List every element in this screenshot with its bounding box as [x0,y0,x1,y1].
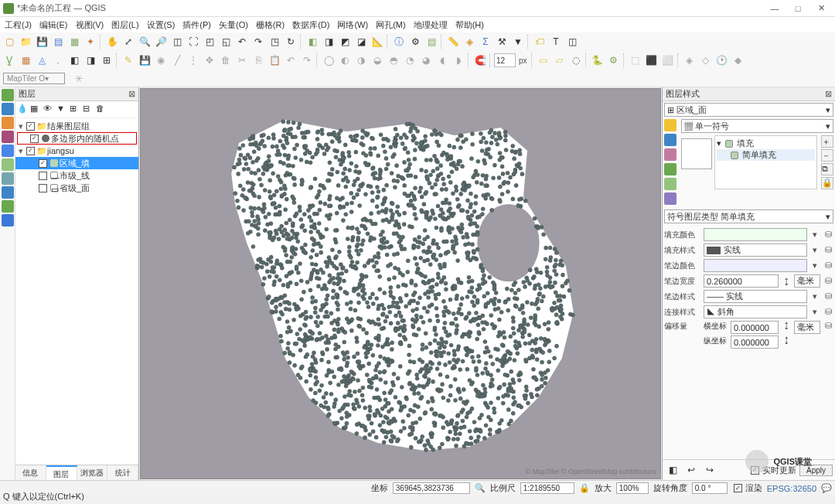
add-raster-icon[interactable]: ▦ [18,53,33,68]
identify-icon[interactable]: ⓘ [391,34,407,49]
postgis-icon[interactable] [2,145,14,157]
adv-digitize-8-icon[interactable]: ◖ [435,53,450,68]
cut-icon[interactable]: ✂ [234,53,250,68]
minimize-button[interactable]: — [764,2,786,15]
select-icon[interactable]: ▭ [536,53,551,68]
add-wms-icon[interactable]: ⊞ [99,53,114,68]
render-checkbox[interactable]: ✓渲染 [732,482,762,494]
dup-symbol-layer-button[interactable]: ⧉ [821,163,833,175]
snapping-icon[interactable]: 🧲 [472,53,488,68]
add-symbol-layer-button[interactable]: ＋ [821,135,833,148]
move-feature-icon[interactable]: ✥ [202,53,217,68]
pan-selection-icon[interactable]: ⤢ [121,34,136,49]
messages-icon[interactable]: 💬 [821,483,832,493]
filter-icon[interactable]: ▼ [510,34,526,49]
quick-locate[interactable]: Q 键入以定位(Ctrl+K) [3,491,84,502]
fill-style-dd-icon[interactable]: ▾ [809,245,820,255]
vertex-icon[interactable]: ⋮ [186,53,201,68]
add-mesh-icon[interactable]: ◬ [34,53,49,68]
wfs-layer-icon[interactable] [2,186,14,199]
fill-style-combo[interactable]: 实线 [704,243,807,257]
tab-stats[interactable]: 统计 [107,465,138,480]
menu-project[interactable]: 工程(J) [2,19,35,32]
zoom-full-icon[interactable]: ⛶ [186,34,201,49]
manage-visibility-icon[interactable]: 👁 [43,104,56,116]
toolbox-icon[interactable]: ⚒ [494,34,510,49]
style-panel-close-icon[interactable]: ⊠ [825,89,832,99]
adv-digitize-7-icon[interactable]: ◕ [418,53,434,68]
stroke-style-combo[interactable]: —— 实线 [704,290,807,303]
save-icon[interactable]: 💾 [34,34,49,49]
offset-x-spin-icon[interactable]: ⭥ [781,321,792,334]
menu-raster[interactable]: 栅格(R) [253,19,288,32]
symbology-tab-icon[interactable] [664,119,677,131]
rot-input[interactable] [692,482,728,494]
offset-y-input[interactable]: 0.000000 [731,335,779,349]
snap-tolerance-input[interactable] [494,53,516,67]
style-target-layer-combo[interactable]: ⊞ 区域_面▾ [664,103,833,117]
fill-style-data-icon[interactable]: ⛁ [823,245,833,255]
apply-button[interactable]: Apply [799,465,833,476]
symbol-layer-tree[interactable]: ▾填充 简单填充 [714,135,817,189]
menu-database[interactable]: 数据库(D) [289,19,332,32]
copy-icon[interactable]: ⎘ [250,53,266,68]
zoom-out-icon[interactable]: 🔎 [153,34,169,49]
menu-plugins[interactable]: 插件(P) [179,19,214,32]
menu-vector[interactable]: 矢量(O) [216,19,251,32]
stroke-width-data-icon[interactable]: ⛁ [823,276,833,286]
symbol-layer-type-combo[interactable]: 符号图层类型 简单填充▾ [664,209,833,223]
maximize-button[interactable]: □ [787,2,809,15]
adv-digitize-1-icon[interactable]: ◯ [321,53,336,68]
menu-mesh[interactable]: 网孔(M) [373,19,409,32]
filter-legend-icon[interactable]: ▼ [56,104,69,116]
open-project-icon[interactable]: 📁 [18,34,33,49]
adv-digitize-2-icon[interactable]: ◐ [337,53,353,68]
text-formatting-icon[interactable]: ◫ [564,34,580,49]
paste-icon[interactable]: 📋 [267,53,282,68]
show-label-icon[interactable]: 🏷 [532,34,547,49]
lock-symbol-layer-button[interactable]: 🔒 [821,177,833,189]
adv-digitize-3-icon[interactable]: ◑ [353,53,369,68]
maptiler-config-icon[interactable]: ⚹ [71,70,87,86]
tab-info[interactable]: 信息 [15,465,46,480]
add-spatial-icon[interactable]: ◧ [66,53,82,68]
delete-icon[interactable]: 🗑 [218,53,233,68]
tree-prov-line-layer[interactable]: ▭ 省级_面 [15,182,138,194]
refresh-icon[interactable]: ↻ [283,34,298,49]
python-console-icon[interactable]: 🐍 [590,53,605,68]
new-geopackage-icon[interactable]: ◨ [321,34,336,49]
layers-panel-close-icon[interactable]: ⊠ [128,89,135,99]
add-vector-icon[interactable]: V͚ [2,53,17,68]
menu-edit[interactable]: 编辑(E) [36,19,71,32]
select-by-icon[interactable]: ▱ [552,53,567,68]
new-project-icon[interactable]: ▢ [2,34,17,49]
offset-data-icon[interactable]: ⛁ [823,321,833,331]
tree-random-points-layer[interactable]: ✓ 多边形内的随机点 [17,132,137,145]
join-style-data-icon[interactable]: ⛁ [823,307,833,317]
join-style-dd-icon[interactable]: ▾ [809,307,820,317]
misc-1-icon[interactable]: ◈ [682,53,697,68]
spatialite-icon[interactable] [2,131,14,143]
menu-layer[interactable]: 图层(L) [108,19,141,32]
misc-3-icon[interactable]: ◆ [731,53,746,68]
expand-icon[interactable]: ⊞ [70,104,82,116]
xyz-layer-icon[interactable] [2,214,14,226]
masks-tab-icon[interactable] [664,148,677,161]
processing-toolbox-icon[interactable]: ⚙ [606,53,622,68]
stroke-width-input[interactable]: 0.260000 [704,274,779,288]
stroke-color-input[interactable] [704,259,807,272]
label-tool-3-icon[interactable]: ⬜ [660,53,676,68]
style-undo-icon[interactable]: ↩ [683,462,699,478]
style-manager-icon[interactable]: ✦ [83,34,98,49]
map-canvas[interactable]: © MapTiler © OpenStreetMap contributors [140,88,661,479]
style-redo-icon[interactable]: ↪ [702,462,717,478]
deselect-icon[interactable]: ◌ [568,53,584,68]
layer-render-icon[interactable]: ◧ [665,462,680,478]
label-tool-2-icon[interactable]: ⬛ [644,53,659,68]
adv-digitize-9-icon[interactable]: ◗ [451,53,466,68]
scale-input[interactable] [520,482,574,494]
redo-icon[interactable]: ↷ [299,53,315,68]
offset-x-input[interactable]: 0.000000 [731,321,779,334]
fill-color-dd-icon[interactable]: ▾ [809,230,820,240]
statistics-icon[interactable]: Σ [478,34,493,49]
